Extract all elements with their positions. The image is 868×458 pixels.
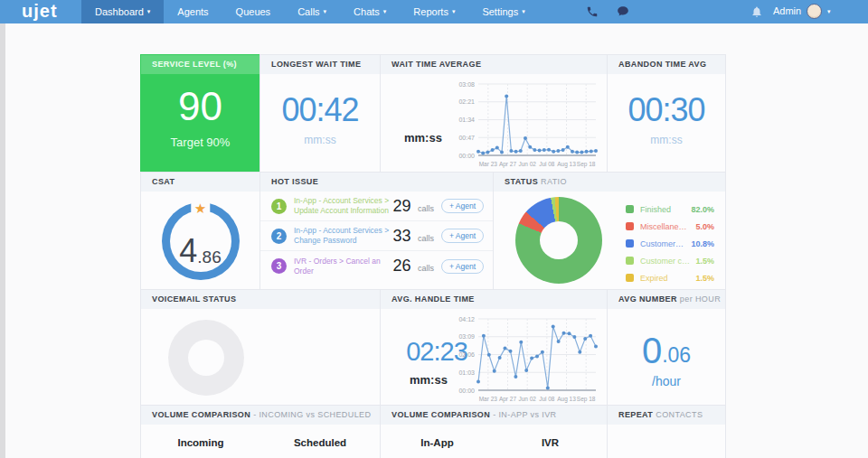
nav-item-settings[interactable]: Settings ▾: [468, 0, 538, 23]
chevron-down-icon: ▾: [383, 8, 387, 15]
card-wait-time-average: WAIT TIME AVERAGE mm:ss 00:0000:4701:340…: [380, 54, 608, 173]
rank-badge: 2: [271, 229, 287, 244]
card-repeat-contacts: REPEATCONTACTS: [607, 405, 726, 458]
legend-swatch: [626, 205, 634, 213]
card-volume-comparison-incoming: VOLUME COMPARISON- INCOMING vs SCHEDULED…: [140, 405, 381, 458]
add-agent-button[interactable]: + Agent: [441, 229, 484, 243]
legend-swatch: [626, 257, 634, 265]
card-title: REPEATCONTACTS: [608, 406, 725, 425]
hot-issue-row: 1 In-App - Account Services > Update Acc…: [260, 192, 493, 221]
avg-number-value: 0.06: [608, 332, 725, 369]
card-title: WAIT TIME AVERAGE: [381, 55, 607, 74]
admin-menu-label[interactable]: Admin: [773, 5, 801, 16]
unit-label: mm:ss: [410, 373, 448, 387]
unit-label: /hour: [608, 374, 725, 388]
nav-item-calls[interactable]: Calls ▾: [284, 0, 340, 23]
csat-gauge: ★ 4.86: [162, 202, 240, 280]
column-label-inapp: In-App: [381, 437, 494, 448]
svg-text:00:00: 00:00: [458, 153, 475, 159]
svg-text:03:08: 03:08: [458, 81, 475, 88]
svg-text:Apr 27: Apr 27: [499, 161, 517, 168]
avg-handle-time-chart: 00:0001:0302:0603:0904:12Mar 23Apr 27Jun…: [451, 313, 601, 407]
card-service-level: SERVICE LEVEL (%) 90 Target 90%: [140, 54, 260, 173]
card-hot-issue: HOT ISSUE 1 In-App - Account Services > …: [259, 172, 494, 290]
call-count: 33 calls: [392, 227, 434, 246]
svg-text:03:09: 03:09: [458, 333, 475, 340]
call-count: 29 calls: [392, 197, 434, 216]
card-volume-comparison-inapp: VOLUME COMPARISON- IN-APP vs IVR In-App …: [380, 405, 608, 458]
csat-score: 4.86: [162, 202, 240, 280]
nav-item-agents[interactable]: Agents: [164, 0, 222, 23]
status-ratio-donut: [515, 197, 602, 284]
svg-text:Mar 23: Mar 23: [479, 396, 498, 402]
card-avg-number-per-hour: AVG NUMBERper HOUR 0.06 /hour: [607, 289, 726, 406]
card-csat: CSAT ★ 4.86: [140, 172, 260, 290]
svg-text:01:34: 01:34: [458, 117, 475, 123]
hot-issue-row: 3 IVR - Orders > Cancel an Order 26 call…: [260, 251, 493, 281]
chevron-down-icon: ▾: [147, 8, 151, 15]
top-nav: ujet Dashboard ▾ Agents Queues Calls ▾ C…: [0, 0, 868, 23]
card-title: STATUSRATIO: [494, 173, 725, 192]
svg-text:Jul 08: Jul 08: [539, 161, 555, 167]
card-title: VOICEMAIL STATUS: [141, 290, 380, 309]
card-title: SERVICE LEVEL (%): [141, 55, 259, 74]
nav-menu: Dashboard ▾ Agents Queues Calls ▾ Chats …: [81, 0, 539, 23]
svg-text:02:21: 02:21: [458, 98, 475, 105]
column-label-scheduled: Scheduled: [260, 437, 380, 448]
svg-text:02:06: 02:06: [458, 351, 475, 358]
nav-item-queues[interactable]: Queues: [222, 0, 285, 23]
nav-item-chats[interactable]: Chats ▾: [340, 0, 400, 23]
chat-icon[interactable]: [617, 5, 629, 18]
unit-label: mm:ss: [260, 134, 380, 146]
phone-icon[interactable]: [586, 5, 599, 18]
card-title: AVG. HANDLE TIME: [381, 290, 607, 309]
add-agent-button[interactable]: + Agent: [441, 259, 484, 274]
legend-item: Miscellaneous ... 5.0%: [626, 220, 714, 233]
app-logo[interactable]: ujet: [22, 1, 58, 22]
legend-item: Customer aba... 10.8%: [626, 237, 714, 250]
legend-swatch: [626, 239, 634, 248]
hot-issue-row: 2 In-App - Account Services > Change Pas…: [260, 221, 493, 251]
legend-item: Customer can... 1.5%: [626, 254, 714, 267]
rank-badge: 1: [271, 199, 287, 214]
svg-text:Sep 18: Sep 18: [577, 396, 596, 403]
chevron-down-icon: ▾: [452, 8, 456, 15]
legend-swatch: [626, 222, 634, 230]
svg-text:Sep 18: Sep 18: [577, 161, 596, 168]
svg-text:Jun 02: Jun 02: [518, 396, 536, 402]
column-label-ivr: IVR: [494, 437, 607, 448]
service-level-value: 90: [141, 87, 259, 126]
chevron-down-icon: ▾: [522, 8, 525, 15]
card-title: VOLUME COMPARISON- IN-APP vs IVR: [381, 406, 607, 425]
issue-label: IVR - Orders > Cancel an Order: [294, 257, 392, 276]
chevron-down-icon[interactable]: ▾: [827, 8, 831, 15]
card-voicemail-status: VOICEMAIL STATUS: [140, 289, 381, 406]
svg-text:Aug 13: Aug 13: [557, 396, 576, 403]
legend-swatch: [626, 274, 634, 282]
card-status-ratio: STATUSRATIO Finished 82.0% Miscellaneous…: [493, 172, 726, 290]
card-abandon-time-avg: ABANDON TIME AVG 00:30 mm:ss: [607, 54, 726, 173]
voicemail-donut: [168, 320, 244, 396]
abandon-time-value: 00:30: [608, 94, 725, 126]
svg-text:Aug 13: Aug 13: [557, 161, 576, 168]
svg-text:00:47: 00:47: [458, 135, 475, 141]
add-agent-button[interactable]: + Agent: [441, 199, 484, 213]
status-ratio-legend: Finished 82.0% Miscellaneous ... 5.0% Cu…: [626, 202, 714, 288]
card-title: VOLUME COMPARISON- INCOMING vs SCHEDULED: [141, 406, 380, 425]
nav-item-reports[interactable]: Reports ▾: [400, 0, 468, 23]
svg-text:Mar 23: Mar 23: [479, 161, 498, 167]
longest-wait-value: 00:42: [260, 94, 380, 126]
card-title: ABANDON TIME AVG: [608, 55, 725, 74]
card-avg-handle-time: AVG. HANDLE TIME 02:23 mm:ss 00:0001:030…: [380, 289, 608, 406]
svg-text:Jun 02: Jun 02: [518, 161, 536, 167]
card-longest-wait-time: LONGEST WAIT TIME 00:42 mm:ss: [259, 54, 381, 173]
nav-item-dashboard[interactable]: Dashboard ▾: [81, 0, 164, 23]
avatar[interactable]: [807, 4, 822, 19]
legend-item: Expired 1.5%: [626, 271, 714, 285]
wait-time-average-chart: 00:0000:4701:3402:2103:08Mar 23Apr 27Jun…: [451, 79, 601, 173]
card-title: HOT ISSUE: [260, 173, 493, 192]
svg-text:04:12: 04:12: [458, 316, 475, 322]
unit-label: mm:ss: [404, 131, 442, 145]
svg-text:01:03: 01:03: [458, 369, 475, 376]
bell-icon[interactable]: [750, 5, 763, 18]
